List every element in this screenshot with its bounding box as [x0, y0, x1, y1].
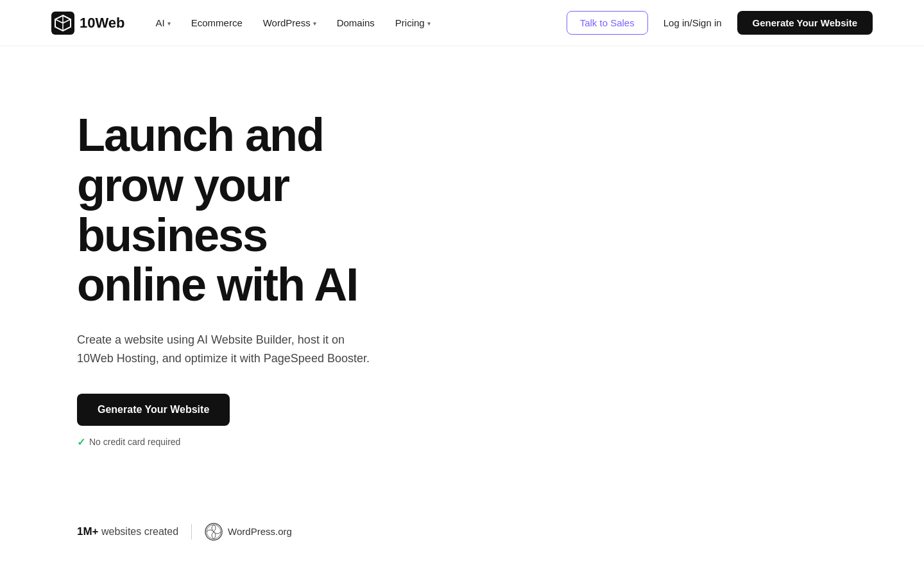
hero-content: Launch and grow your business online wit…: [0, 46, 449, 487]
hero-section: Launch and grow your business online wit…: [0, 46, 924, 487]
no-credit-card-notice: ✓ No credit card required: [77, 436, 398, 448]
no-credit-card-text: No credit card required: [89, 437, 180, 447]
nav-item-wordpress[interactable]: WordPress ▾: [255, 12, 324, 33]
login-button[interactable]: Log in/Sign in: [661, 12, 724, 33]
navbar: 10Web AI ▾ Ecommerce WordPress ▾ Domains…: [0, 0, 924, 46]
wordpress-label: WordPress.org: [228, 526, 292, 537]
chevron-down-icon: ▾: [427, 20, 431, 27]
talk-to-sales-button[interactable]: Talk to Sales: [567, 11, 648, 35]
chevron-down-icon: ▾: [313, 20, 316, 27]
wordpress-badge: WordPress.org: [205, 523, 292, 541]
logo-text: 10Web: [80, 15, 125, 31]
generate-website-nav-button[interactable]: Generate Your Website: [737, 11, 873, 35]
hero-description: Create a website using AI Website Builde…: [77, 331, 372, 368]
stat-count: 1M+: [77, 525, 99, 538]
stat-label: websites created: [101, 526, 178, 537]
nav-item-ai[interactable]: AI ▾: [148, 12, 178, 33]
hero-title: Launch and grow your business online wit…: [77, 110, 398, 310]
chevron-down-icon: ▾: [167, 20, 171, 27]
checkmark-icon: ✓: [77, 436, 85, 448]
generate-website-hero-button[interactable]: Generate Your Website: [77, 394, 230, 426]
nav-item-pricing[interactable]: Pricing ▾: [388, 12, 438, 33]
websites-created-stat: 1M+ websites created: [77, 525, 178, 538]
logo[interactable]: 10Web: [51, 12, 125, 35]
nav-right: Talk to Sales Log in/Sign in Generate Yo…: [567, 11, 873, 35]
nav-links: AI ▾ Ecommerce WordPress ▾ Domains Prici…: [148, 12, 438, 33]
stats-divider: [191, 524, 192, 539]
logo-icon: [51, 12, 74, 35]
nav-item-ecommerce[interactable]: Ecommerce: [184, 12, 250, 33]
nav-left: 10Web AI ▾ Ecommerce WordPress ▾ Domains…: [51, 12, 438, 35]
nav-item-domains[interactable]: Domains: [329, 12, 382, 33]
wordpress-icon: [205, 523, 223, 541]
stats-row: 1M+ websites created WordPress.org: [0, 523, 924, 541]
